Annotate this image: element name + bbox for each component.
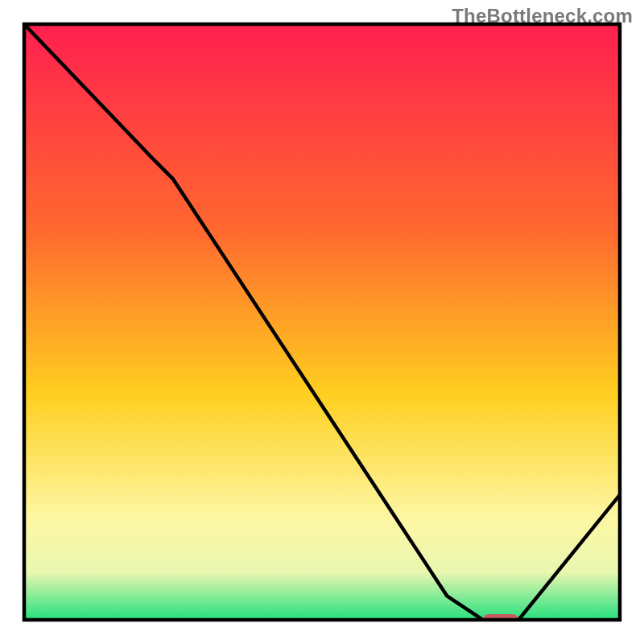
- chart-container: TheBottleneck.com: [0, 0, 644, 644]
- gradient-background: [24, 24, 620, 620]
- bottleneck-chart: [0, 0, 644, 644]
